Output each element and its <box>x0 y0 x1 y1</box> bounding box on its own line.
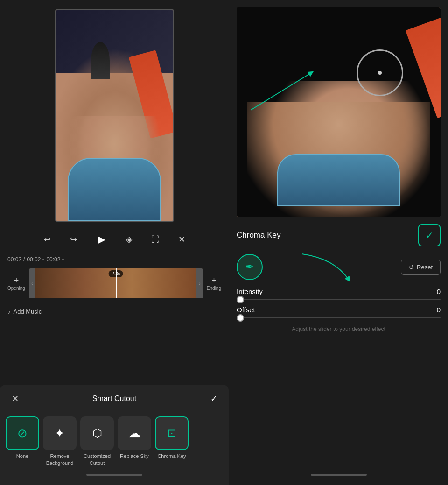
smart-cutout-confirm-button[interactable]: ✓ <box>206 391 221 406</box>
cutout-option-remove-background[interactable]: ✦ RemoveBackground <box>43 416 77 466</box>
undo-button[interactable]: ↩ <box>40 232 55 247</box>
hint-text: Adjust the slider to your desired effect <box>237 326 441 332</box>
time-labels: 00:02 / 00:02 00:02 <box>0 254 229 265</box>
remove-background-icon-wrap: ✦ <box>43 416 77 450</box>
customized-cutout-label: CustomizedCutout <box>84 453 111 466</box>
offset-label: Offset <box>237 306 255 314</box>
replace-sky-label: Replace Sky <box>120 453 149 459</box>
reset-button[interactable]: ↺ Reset <box>401 260 441 275</box>
chroma-video-frame <box>237 7 441 217</box>
close-button[interactable]: ✕ <box>174 232 189 247</box>
cutout-option-none[interactable]: ⊘ None <box>6 416 39 466</box>
chroma-preview <box>237 7 441 217</box>
chroma-controls: ✒ ↺ Reset I <box>229 250 448 336</box>
bottom-scroll-indicator <box>229 470 448 479</box>
none-label: None <box>16 453 28 459</box>
bottom-scroll-bar <box>311 474 367 476</box>
smart-cutout-title: Smart Cutout <box>22 394 206 403</box>
offset-section: Offset 0 <box>237 306 441 318</box>
music-icon: ♪ <box>7 308 11 315</box>
replace-sky-icon: ☁ <box>128 426 140 441</box>
clip-handle-right[interactable]: › <box>196 268 203 298</box>
playback-controls: ↩ ↪ ▶ ◈ ⛶ ✕ <box>0 226 229 253</box>
offset-slider-track[interactable] <box>237 317 441 318</box>
customized-cutout-icon-wrap: ⬡ <box>80 416 114 450</box>
video-thumbnail <box>56 10 173 221</box>
smart-cutout-panel: ✕ Smart Cutout ✓ ⊘ None ✦ RemoveBackg <box>0 385 229 485</box>
intensity-value: 0 <box>437 288 441 295</box>
time-separator: / <box>23 256 25 263</box>
marker-time: 00:02 <box>46 256 60 263</box>
chroma-key-icon: ⊡ <box>167 427 176 440</box>
clip-handle-left[interactable]: ‹ <box>29 268 35 298</box>
redo-button[interactable]: ↪ <box>66 232 81 247</box>
chroma-key-header: Chroma Key ✓ <box>229 220 448 250</box>
cutout-option-chroma-key[interactable]: ⊡ Chroma Key <box>155 416 189 466</box>
customized-cutout-icon: ⬡ <box>92 427 102 440</box>
intensity-header: Intensity 0 <box>237 288 441 295</box>
chroma-key-label: Chroma Key <box>157 453 186 459</box>
intensity-slider-track[interactable] <box>237 299 441 300</box>
smart-cutout-close-button[interactable]: ✕ <box>7 391 22 406</box>
opening-button[interactable]: + Opening <box>7 276 25 291</box>
marker-dot <box>62 259 64 260</box>
cutout-option-replace-sky[interactable]: ☁ Replace Sky <box>118 416 151 466</box>
teal-down-arrow <box>279 249 372 287</box>
none-icon-wrap: ⊘ <box>6 416 39 450</box>
eyedropper-button[interactable]: ✒ <box>237 254 263 280</box>
chroma-video-inner <box>237 7 441 217</box>
cutout-options: ⊘ None ✦ RemoveBackground ⬡ Customize <box>0 413 229 470</box>
total-time: 00:02 <box>27 256 41 263</box>
play-button[interactable]: ▶ <box>92 230 111 249</box>
ending-button[interactable]: + Ending <box>207 276 221 291</box>
intensity-slider-thumb[interactable] <box>237 296 244 303</box>
track-clip[interactable]: ‹ 2.8s › <box>29 268 203 298</box>
intensity-label: Intensity <box>237 288 263 295</box>
add-music-button[interactable]: ♪ Add Music <box>7 308 42 315</box>
offset-slider-thumb[interactable] <box>237 314 244 322</box>
intensity-section: Intensity 0 <box>237 288 441 300</box>
chroma-key-title: Chroma Key <box>237 231 280 240</box>
add-music-bar: ♪ Add Music <box>0 304 229 319</box>
chroma-circle-inner <box>378 71 382 75</box>
reset-icon: ↺ <box>409 264 414 271</box>
scroll-bar <box>86 474 142 476</box>
video-preview-area <box>0 0 229 226</box>
timeline-section: 00:02 / 00:02 00:02 + Opening ‹ <box>0 253 229 304</box>
video-frame <box>55 9 174 222</box>
left-panel: ↩ ↪ ▶ ◈ ⛶ ✕ 00:02 / 00:02 00:02 + Openin… <box>0 0 229 485</box>
offset-value: 0 <box>437 306 441 314</box>
chroma-circle-indicator <box>357 49 403 96</box>
eyedropper-icon: ✒ <box>245 261 254 273</box>
remove-background-label: RemoveBackground <box>46 453 74 466</box>
reset-label: Reset <box>417 264 433 271</box>
scroll-indicator <box>0 470 229 478</box>
smart-cutout-header: ✕ Smart Cutout ✓ <box>0 385 229 413</box>
add-music-label: Add Music <box>14 308 42 315</box>
ending-label: Ending <box>207 286 221 291</box>
time-dot <box>42 259 44 260</box>
right-panel: Chroma Key ✓ ✒ ↺ <box>229 0 448 485</box>
chroma-key-icon-wrap: ⊡ <box>155 416 189 450</box>
timeline-track: + Opening ‹ 2.8s › + <box>0 265 229 302</box>
chroma-confirm-button[interactable]: ✓ <box>418 224 441 246</box>
playhead <box>116 268 117 298</box>
opening-label: Opening <box>7 286 25 291</box>
remove-background-icon: ✦ <box>55 426 65 441</box>
chroma-tool-row: ✒ ↺ Reset <box>237 254 441 280</box>
current-time: 00:02 <box>7 256 21 263</box>
teal-annotation-arrow <box>246 68 321 115</box>
replace-sky-icon-wrap: ☁ <box>118 416 151 450</box>
offset-header: Offset 0 <box>237 306 441 314</box>
fullscreen-button[interactable]: ⛶ <box>148 232 163 247</box>
keyframe-button[interactable]: ◈ <box>122 232 137 247</box>
none-icon: ⊘ <box>17 426 28 441</box>
cutout-option-customized-cutout[interactable]: ⬡ CustomizedCutout <box>80 416 114 466</box>
svg-line-1 <box>251 73 311 110</box>
